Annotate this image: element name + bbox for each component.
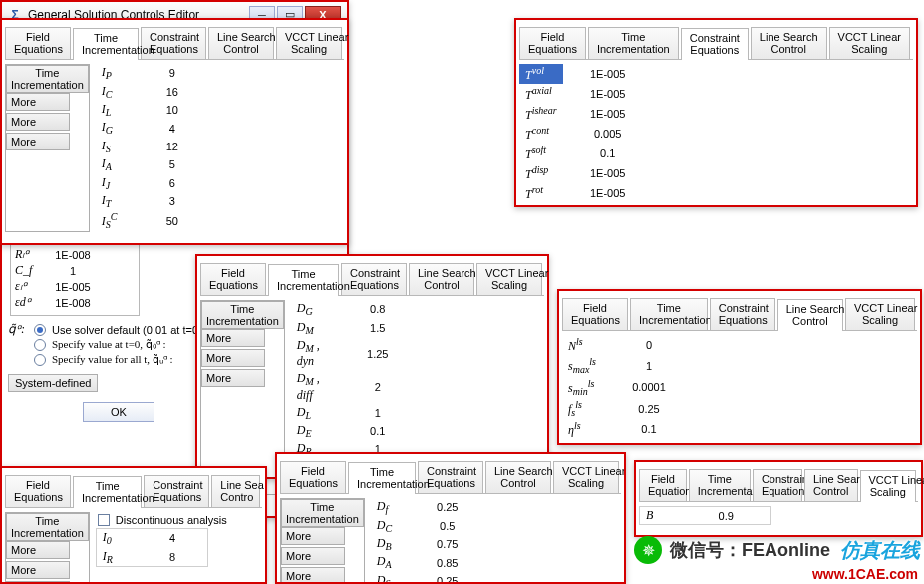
param-value[interactable]: 50 xyxy=(138,210,207,231)
param-value[interactable]: 1 xyxy=(43,265,103,277)
param-value[interactable]: 0.25 xyxy=(413,572,482,584)
tab-line-search[interactable]: Line SearchControl xyxy=(409,263,474,295)
param-symbol: Nls xyxy=(562,335,604,355)
tab-line-search[interactable]: Line SearchControl xyxy=(751,27,827,59)
tab-line-search[interactable]: Line SearchControl xyxy=(804,469,858,501)
tab-field-equations[interactable]: FieldEquations xyxy=(200,263,266,295)
tab-line-search[interactable]: Line SeaContro xyxy=(211,475,260,507)
param-value[interactable]: 1E-005 xyxy=(563,163,653,183)
param-value[interactable]: 0.1 xyxy=(604,419,694,438)
tab-field-equations[interactable]: FieldEquations xyxy=(562,298,628,330)
more-button[interactable]: More xyxy=(281,567,345,584)
tab-time-incrementation[interactable]: TimeIncrementation xyxy=(689,469,751,501)
tab-constraint-equations[interactable]: ConstraintEquations xyxy=(753,469,802,501)
more-button[interactable]: More xyxy=(6,93,70,111)
tab-line-search[interactable]: Line SearchControl xyxy=(208,27,274,59)
param-value[interactable]: 0.85 xyxy=(413,553,482,571)
tab-time-incrementation[interactable]: TimeIncrementation xyxy=(268,264,339,296)
radio-value-t0[interactable] xyxy=(34,339,46,351)
checkbox-discontinuous[interactable] xyxy=(98,514,110,526)
param-value[interactable]: 1E-005 xyxy=(563,84,653,104)
param-value[interactable]: 0.25 xyxy=(413,498,482,516)
param-symbol: εdᵅ xyxy=(15,295,43,310)
tab-field-equations[interactable]: FieldEquations xyxy=(5,475,71,507)
tab-vcct[interactable]: VCCT LinearScaling xyxy=(553,461,619,493)
param-value[interactable]: 0.75 xyxy=(413,535,482,553)
param-value[interactable]: 0.0001 xyxy=(604,377,694,398)
param-symbol: DS xyxy=(371,572,413,584)
site-link[interactable]: www.1CAE.com xyxy=(812,566,918,582)
param-value[interactable]: 0.8 xyxy=(333,300,423,318)
more-button[interactable]: More xyxy=(6,541,70,559)
param-value[interactable]: 1.5 xyxy=(333,319,423,337)
param-value[interactable]: 1.25 xyxy=(333,337,423,370)
tab-field-equations[interactable]: FieldEquations xyxy=(5,27,71,59)
tab-constraint-equations[interactable]: ConstraintEquations xyxy=(681,28,749,60)
param-value[interactable]: 10 xyxy=(138,101,207,119)
tab-time-incrementation[interactable]: TimeIncrementation xyxy=(73,476,142,508)
tab-constraint-equations[interactable]: ConstraintEquations xyxy=(710,298,775,330)
tab-vcct[interactable]: VCCT LinearScaling xyxy=(860,470,916,502)
more-button[interactable]: More xyxy=(6,561,70,579)
radio-value-all-t[interactable] xyxy=(34,354,46,366)
param-value[interactable]: 2 xyxy=(333,370,423,403)
tab-time-incrementation[interactable]: TimeIncrementation xyxy=(588,27,679,59)
q-label: q̃ᵅ: xyxy=(8,322,32,368)
more-button[interactable]: More xyxy=(6,133,70,150)
tab-vcct[interactable]: VCCT LinearScaling xyxy=(276,27,342,59)
param-value[interactable]: 16 xyxy=(138,83,207,101)
param-value[interactable]: 1E-008 xyxy=(43,249,103,261)
tab-field-equations[interactable]: FieldEquations xyxy=(280,461,346,493)
tab-line-search[interactable]: Line SearchControl xyxy=(777,299,843,331)
param-value[interactable]: 1E-005 xyxy=(43,281,103,293)
param-value[interactable]: 1 xyxy=(333,404,423,422)
more-button[interactable]: More xyxy=(201,369,265,387)
tab-field-equations[interactable]: FieldEquations xyxy=(639,469,687,501)
tab-time-incrementation[interactable]: TimeIncrementation xyxy=(348,462,416,494)
param-value[interactable]: 0.9 xyxy=(682,507,771,525)
param-value[interactable]: 1 xyxy=(604,355,694,376)
param-value[interactable]: 9 xyxy=(138,64,207,82)
param-value[interactable]: 1E-008 xyxy=(43,297,103,309)
param-symbol: DM , diff xyxy=(291,370,333,403)
param-value[interactable]: 6 xyxy=(138,174,207,192)
tab-constraint-equations[interactable]: ConstraintEquations xyxy=(341,263,407,295)
param-symbol: DB xyxy=(371,535,413,553)
more-button[interactable]: More xyxy=(6,113,70,131)
radio-solver-default[interactable] xyxy=(34,324,46,336)
param-symbol: DC xyxy=(371,517,413,535)
tab-line-search[interactable]: Line SearchControl xyxy=(485,461,551,493)
param-symbol: IC xyxy=(96,83,138,101)
tab-field-equations[interactable]: FieldEquations xyxy=(519,27,586,59)
param-value[interactable]: 4 xyxy=(138,529,207,548)
param-value[interactable]: 8 xyxy=(138,548,207,567)
param-symbol: IT xyxy=(96,192,138,210)
more-button[interactable]: More xyxy=(281,527,345,545)
tab-time-incrementation[interactable]: TimeIncrementation xyxy=(630,298,708,330)
param-symbol: DM xyxy=(291,319,333,337)
system-defined-button[interactable]: System-defined xyxy=(8,374,98,392)
param-symbol: ηls xyxy=(562,419,604,438)
tab-time-incrementation[interactable]: TimeIncrementation xyxy=(73,28,139,60)
param-value[interactable]: 3 xyxy=(138,192,207,210)
param-value[interactable]: 1E-005 xyxy=(563,64,653,84)
param-value[interactable]: 0.5 xyxy=(413,517,482,535)
more-button[interactable]: More xyxy=(281,547,345,565)
param-value[interactable]: 4 xyxy=(138,119,207,137)
tab-vcct[interactable]: VCCT LinearScaling xyxy=(829,27,910,59)
tab-vcct[interactable]: VCCT LinearScaling xyxy=(476,263,542,295)
param-value[interactable]: 0.005 xyxy=(563,124,653,144)
ok-button[interactable]: OK xyxy=(83,402,154,422)
param-value[interactable]: 1E-005 xyxy=(563,104,653,124)
param-value[interactable]: 12 xyxy=(138,138,207,155)
tab-vcct[interactable]: VCCT LinearScaling xyxy=(845,298,915,330)
param-value[interactable]: 1E-005 xyxy=(563,183,653,203)
param-value[interactable]: 0.25 xyxy=(604,398,694,419)
param-value[interactable]: 5 xyxy=(138,155,207,173)
param-value[interactable]: 0.1 xyxy=(563,144,653,163)
more-button[interactable]: More xyxy=(201,329,265,347)
param-value[interactable]: 0.1 xyxy=(333,422,423,439)
param-value[interactable]: 0 xyxy=(604,335,694,355)
param-symbol: Tishear xyxy=(519,104,563,124)
more-button[interactable]: More xyxy=(201,349,265,367)
